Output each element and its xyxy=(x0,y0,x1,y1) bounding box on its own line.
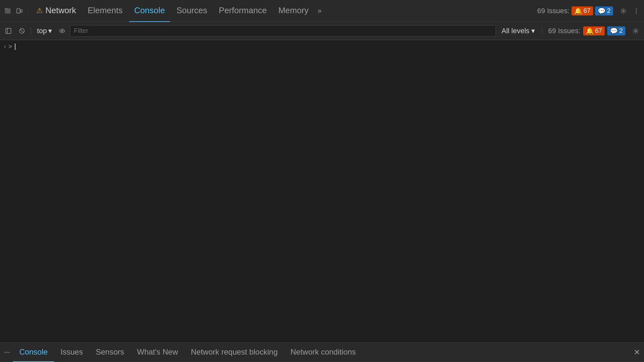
chevron-right-icon: » xyxy=(317,7,321,15)
warning-icon: ⚠ xyxy=(36,6,43,15)
console-issues-warning-count: 67 xyxy=(595,27,602,34)
tab-sources[interactable]: Sources xyxy=(171,0,212,22)
inspect-icon xyxy=(5,8,11,14)
close-icon: ✕ xyxy=(634,348,640,357)
drawer-tab-console[interactable]: Console xyxy=(13,343,54,362)
bottom-drawer: Console Issues Sensors What's New Networ… xyxy=(0,342,644,362)
tab-console[interactable]: Console xyxy=(129,0,170,22)
tab-sources-label: Sources xyxy=(176,5,207,15)
levels-selector[interactable]: All levels ▾ xyxy=(498,25,539,36)
console-issues-count: 69 Issues: 🔔 67 💬 2 xyxy=(545,25,628,37)
svg-point-4 xyxy=(623,10,624,12)
tab-console-label: Console xyxy=(134,5,165,15)
warning-badge-icon: 🔔 xyxy=(574,7,582,15)
issues-info-count: 2 xyxy=(607,7,611,15)
svg-point-14 xyxy=(5,352,6,353)
device-toolbar-icon xyxy=(16,8,23,14)
svg-point-13 xyxy=(635,30,637,32)
toolbar-divider xyxy=(28,6,28,15)
svg-point-5 xyxy=(636,8,637,9)
console-prompt-row: › > xyxy=(0,40,644,53)
levels-chevron-icon: ▾ xyxy=(531,27,535,35)
info-badge-icon: 💬 xyxy=(598,7,606,15)
prompt-cursor xyxy=(15,44,15,50)
issues-warning-badge: 🔔 67 xyxy=(572,6,593,15)
device-toolbar-button[interactable] xyxy=(14,6,24,16)
console-settings-button[interactable] xyxy=(630,25,641,37)
console-sidebar-button[interactable] xyxy=(3,25,14,37)
drawer-tab-issues[interactable]: Issues xyxy=(54,343,89,362)
three-dots-horizontal-icon xyxy=(4,349,10,355)
drawer-tab-issues-label: Issues xyxy=(61,347,83,357)
sidebar-icon xyxy=(5,28,12,34)
tab-network[interactable]: ⚠ Network xyxy=(31,0,81,22)
inspect-element-button[interactable] xyxy=(3,6,13,16)
more-tabs-button[interactable]: » xyxy=(315,5,324,16)
console-content: › > xyxy=(0,40,644,342)
console-issues-info-badge: 💬 2 xyxy=(607,26,625,35)
tab-memory[interactable]: Memory xyxy=(273,0,314,22)
svg-rect-2 xyxy=(21,10,22,12)
live-expressions-button[interactable] xyxy=(56,25,68,37)
kebab-menu-icon xyxy=(633,8,639,14)
issues-label: 69 Issues: xyxy=(537,7,569,15)
tab-performance-label: Performance xyxy=(219,5,267,15)
chevron-down-icon: ▾ xyxy=(48,27,52,35)
drawer-tab-network-conditions[interactable]: Network conditions xyxy=(284,343,362,362)
settings-button[interactable] xyxy=(618,6,629,16)
tab-performance[interactable]: Performance xyxy=(214,0,272,22)
console-toolbar: top ▾ All levels ▾ 69 Issues: 🔔 67 💬 2 xyxy=(0,22,644,40)
console-toolbar-divider-2 xyxy=(542,27,542,35)
top-toolbar: ⚠ Network Elements Console Sources Perfo… xyxy=(0,0,644,22)
prompt-expand-icon[interactable]: › xyxy=(4,43,6,50)
drawer-tab-sensors-label: Sensors xyxy=(96,347,124,357)
close-drawer-button[interactable]: ✕ xyxy=(631,347,643,358)
settings-icon xyxy=(620,8,627,14)
levels-label: All levels xyxy=(502,27,530,35)
console-issues-warning-badge: 🔔 67 xyxy=(583,26,605,35)
toolbar-left-section: ⚠ Network Elements Console Sources Perfo… xyxy=(3,0,324,22)
issues-badge[interactable]: 69 Issues: 🔔 67 💬 2 xyxy=(535,5,616,17)
console-issues-info-count: 2 xyxy=(619,27,623,34)
drawer-menu-button[interactable] xyxy=(1,347,13,358)
svg-point-16 xyxy=(9,352,10,353)
issues-info-badge: 💬 2 xyxy=(595,6,613,15)
console-warning-icon: 🔔 xyxy=(586,27,594,35)
svg-point-6 xyxy=(636,10,637,11)
svg-rect-0 xyxy=(5,8,7,10)
issues-warning-count: 67 xyxy=(583,7,591,15)
context-label: top xyxy=(37,27,47,35)
drawer-tab-network-request-blocking-label: Network request blocking xyxy=(191,347,278,357)
svg-point-7 xyxy=(636,12,637,13)
svg-point-15 xyxy=(7,352,8,353)
context-selector[interactable]: top ▾ xyxy=(34,25,54,36)
prompt-arrow-icon: > xyxy=(8,43,12,50)
tab-memory-label: Memory xyxy=(278,5,308,15)
svg-line-11 xyxy=(20,29,24,33)
svg-rect-8 xyxy=(6,28,11,34)
svg-point-12 xyxy=(61,30,63,32)
svg-point-3 xyxy=(18,12,19,13)
drawer-tab-sensors[interactable]: Sensors xyxy=(89,343,130,362)
console-info-icon: 💬 xyxy=(610,27,618,35)
drawer-tab-whats-new-label: What's New xyxy=(137,347,178,357)
tab-network-label: Network xyxy=(45,5,76,15)
more-options-button[interactable] xyxy=(631,6,641,16)
drawer-tab-bar: Console Issues Sensors What's New Networ… xyxy=(0,343,644,362)
console-settings-icon xyxy=(632,28,639,34)
tab-elements-label: Elements xyxy=(88,5,122,15)
drawer-tab-console-label: Console xyxy=(19,347,48,357)
toolbar-right-section: 69 Issues: 🔔 67 💬 2 xyxy=(535,5,641,17)
drawer-tab-whats-new[interactable]: What's New xyxy=(130,343,184,362)
clear-console-icon xyxy=(19,28,25,34)
drawer-tab-network-conditions-label: Network conditions xyxy=(290,347,356,357)
console-issues-label: 69 Issues: xyxy=(548,27,580,35)
drawer-tab-network-request-blocking[interactable]: Network request blocking xyxy=(185,343,284,362)
console-toolbar-divider xyxy=(31,27,31,35)
filter-input[interactable] xyxy=(70,25,496,37)
clear-console-button[interactable] xyxy=(16,25,28,37)
eye-icon xyxy=(59,28,65,34)
tab-elements[interactable]: Elements xyxy=(82,0,128,22)
